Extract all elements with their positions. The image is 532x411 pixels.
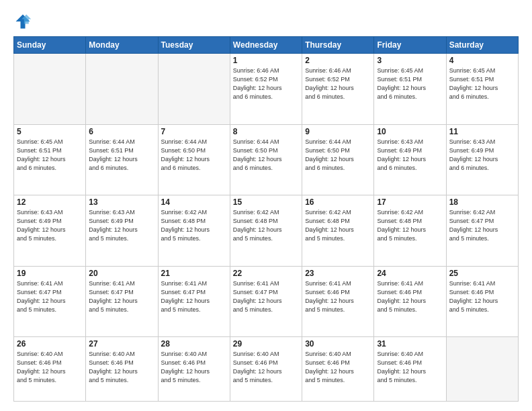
day-number: 13	[89, 197, 154, 207]
calendar-cell: 8Sunrise: 6:44 AM Sunset: 6:50 PM Daylig…	[230, 124, 302, 195]
day-number: 22	[233, 269, 299, 278]
calendar-cell: 17Sunrise: 6:42 AM Sunset: 6:48 PM Dayli…	[374, 195, 446, 267]
weekday-header-sunday: Sunday	[14, 37, 86, 54]
week-row-3: 12Sunrise: 6:43 AM Sunset: 6:49 PM Dayli…	[14, 195, 519, 267]
calendar-cell	[158, 54, 230, 125]
calendar-cell: 2Sunrise: 6:46 AM Sunset: 6:52 PM Daylig…	[302, 54, 374, 125]
day-number: 11	[449, 127, 515, 136]
day-info: Sunrise: 6:41 AM Sunset: 6:47 PM Dayligh…	[89, 279, 154, 314]
day-info: Sunrise: 6:42 AM Sunset: 6:47 PM Dayligh…	[449, 208, 515, 243]
day-number: 18	[449, 197, 515, 207]
calendar-cell: 27Sunrise: 6:40 AM Sunset: 6:46 PM Dayli…	[86, 337, 158, 402]
day-info: Sunrise: 6:40 AM Sunset: 6:46 PM Dayligh…	[377, 350, 443, 385]
calendar-cell: 5Sunrise: 6:45 AM Sunset: 6:51 PM Daylig…	[14, 124, 86, 195]
calendar-cell	[446, 337, 518, 402]
calendar-cell: 28Sunrise: 6:40 AM Sunset: 6:46 PM Dayli…	[158, 337, 230, 402]
day-info: Sunrise: 6:42 AM Sunset: 6:48 PM Dayligh…	[305, 208, 371, 243]
calendar-cell: 7Sunrise: 6:44 AM Sunset: 6:50 PM Daylig…	[158, 124, 230, 195]
calendar-cell: 25Sunrise: 6:41 AM Sunset: 6:46 PM Dayli…	[446, 266, 518, 337]
day-info: Sunrise: 6:46 AM Sunset: 6:52 PM Dayligh…	[233, 66, 299, 101]
day-info: Sunrise: 6:41 AM Sunset: 6:46 PM Dayligh…	[305, 279, 371, 314]
day-number: 3	[377, 56, 443, 65]
day-info: Sunrise: 6:43 AM Sunset: 6:49 PM Dayligh…	[377, 138, 443, 173]
day-info: Sunrise: 6:46 AM Sunset: 6:52 PM Dayligh…	[305, 66, 371, 101]
week-row-1: 1Sunrise: 6:46 AM Sunset: 6:52 PM Daylig…	[14, 54, 519, 125]
day-number: 21	[161, 269, 227, 278]
calendar-cell: 9Sunrise: 6:44 AM Sunset: 6:50 PM Daylig…	[302, 124, 374, 195]
day-number: 19	[17, 269, 83, 278]
calendar-cell: 4Sunrise: 6:45 AM Sunset: 6:51 PM Daylig…	[446, 54, 518, 125]
day-info: Sunrise: 6:40 AM Sunset: 6:46 PM Dayligh…	[17, 350, 83, 385]
day-number: 29	[233, 339, 299, 349]
day-number: 26	[17, 339, 83, 349]
day-info: Sunrise: 6:45 AM Sunset: 6:51 PM Dayligh…	[377, 66, 443, 101]
calendar-cell: 24Sunrise: 6:41 AM Sunset: 6:46 PM Dayli…	[374, 266, 446, 337]
day-number: 28	[161, 339, 227, 349]
weekday-header-thursday: Thursday	[302, 37, 374, 54]
day-info: Sunrise: 6:42 AM Sunset: 6:48 PM Dayligh…	[233, 208, 299, 243]
week-row-5: 26Sunrise: 6:40 AM Sunset: 6:46 PM Dayli…	[14, 337, 519, 402]
day-number: 1	[233, 56, 299, 65]
logo	[13, 12, 35, 31]
day-number: 30	[305, 339, 371, 349]
day-number: 15	[233, 197, 299, 207]
calendar-cell: 23Sunrise: 6:41 AM Sunset: 6:46 PM Dayli…	[302, 266, 374, 337]
weekday-header-friday: Friday	[374, 37, 446, 54]
calendar-cell: 12Sunrise: 6:43 AM Sunset: 6:49 PM Dayli…	[14, 195, 86, 267]
day-info: Sunrise: 6:40 AM Sunset: 6:46 PM Dayligh…	[89, 350, 154, 385]
day-number: 12	[17, 197, 83, 207]
calendar-cell: 3Sunrise: 6:45 AM Sunset: 6:51 PM Daylig…	[374, 54, 446, 125]
calendar-cell: 13Sunrise: 6:43 AM Sunset: 6:49 PM Dayli…	[86, 195, 158, 267]
weekday-header-row: SundayMondayTuesdayWednesdayThursdayFrid…	[14, 37, 519, 54]
day-number: 24	[377, 269, 443, 278]
day-info: Sunrise: 6:45 AM Sunset: 6:51 PM Dayligh…	[17, 138, 83, 173]
day-number: 25	[449, 269, 515, 278]
day-number: 14	[161, 197, 227, 207]
calendar-cell: 15Sunrise: 6:42 AM Sunset: 6:48 PM Dayli…	[230, 195, 302, 267]
logo-icon	[13, 12, 32, 31]
day-number: 20	[89, 269, 154, 278]
calendar-cell: 26Sunrise: 6:40 AM Sunset: 6:46 PM Dayli…	[14, 337, 86, 402]
calendar-cell: 29Sunrise: 6:40 AM Sunset: 6:46 PM Dayli…	[230, 337, 302, 402]
day-info: Sunrise: 6:45 AM Sunset: 6:51 PM Dayligh…	[449, 66, 515, 101]
day-info: Sunrise: 6:42 AM Sunset: 6:48 PM Dayligh…	[377, 208, 443, 243]
day-info: Sunrise: 6:41 AM Sunset: 6:47 PM Dayligh…	[161, 279, 227, 314]
calendar-cell: 19Sunrise: 6:41 AM Sunset: 6:47 PM Dayli…	[14, 266, 86, 337]
page: SundayMondayTuesdayWednesdayThursdayFrid…	[0, 0, 532, 411]
week-row-4: 19Sunrise: 6:41 AM Sunset: 6:47 PM Dayli…	[14, 266, 519, 337]
day-info: Sunrise: 6:41 AM Sunset: 6:47 PM Dayligh…	[17, 279, 83, 314]
calendar-cell: 14Sunrise: 6:42 AM Sunset: 6:48 PM Dayli…	[158, 195, 230, 267]
day-number: 27	[89, 339, 154, 349]
day-number: 31	[377, 339, 443, 349]
day-info: Sunrise: 6:43 AM Sunset: 6:49 PM Dayligh…	[89, 208, 154, 243]
calendar-cell	[14, 54, 86, 125]
day-number: 23	[305, 269, 371, 278]
day-info: Sunrise: 6:44 AM Sunset: 6:50 PM Dayligh…	[233, 138, 299, 173]
day-info: Sunrise: 6:44 AM Sunset: 6:50 PM Dayligh…	[305, 138, 371, 173]
day-info: Sunrise: 6:41 AM Sunset: 6:47 PM Dayligh…	[233, 279, 299, 314]
weekday-header-tuesday: Tuesday	[158, 37, 230, 54]
weekday-header-saturday: Saturday	[446, 37, 518, 54]
calendar-cell: 20Sunrise: 6:41 AM Sunset: 6:47 PM Dayli…	[86, 266, 158, 337]
day-info: Sunrise: 6:43 AM Sunset: 6:49 PM Dayligh…	[449, 138, 515, 173]
day-info: Sunrise: 6:44 AM Sunset: 6:50 PM Dayligh…	[161, 138, 227, 173]
day-info: Sunrise: 6:40 AM Sunset: 6:46 PM Dayligh…	[305, 350, 371, 385]
day-number: 10	[377, 127, 443, 136]
calendar-cell: 31Sunrise: 6:40 AM Sunset: 6:46 PM Dayli…	[374, 337, 446, 402]
day-info: Sunrise: 6:44 AM Sunset: 6:51 PM Dayligh…	[89, 138, 154, 173]
calendar-table: SundayMondayTuesdayWednesdayThursdayFrid…	[13, 36, 519, 402]
day-number: 17	[377, 197, 443, 207]
day-number: 9	[305, 127, 371, 136]
day-info: Sunrise: 6:40 AM Sunset: 6:46 PM Dayligh…	[161, 350, 227, 385]
day-number: 8	[233, 127, 299, 136]
day-info: Sunrise: 6:41 AM Sunset: 6:46 PM Dayligh…	[377, 279, 443, 314]
calendar-cell	[86, 54, 158, 125]
calendar-cell: 11Sunrise: 6:43 AM Sunset: 6:49 PM Dayli…	[446, 124, 518, 195]
calendar-cell: 30Sunrise: 6:40 AM Sunset: 6:46 PM Dayli…	[302, 337, 374, 402]
calendar-cell: 22Sunrise: 6:41 AM Sunset: 6:47 PM Dayli…	[230, 266, 302, 337]
day-number: 7	[161, 127, 227, 136]
calendar-cell: 6Sunrise: 6:44 AM Sunset: 6:51 PM Daylig…	[86, 124, 158, 195]
day-info: Sunrise: 6:42 AM Sunset: 6:48 PM Dayligh…	[161, 208, 227, 243]
day-number: 6	[89, 127, 154, 136]
header	[13, 12, 519, 31]
